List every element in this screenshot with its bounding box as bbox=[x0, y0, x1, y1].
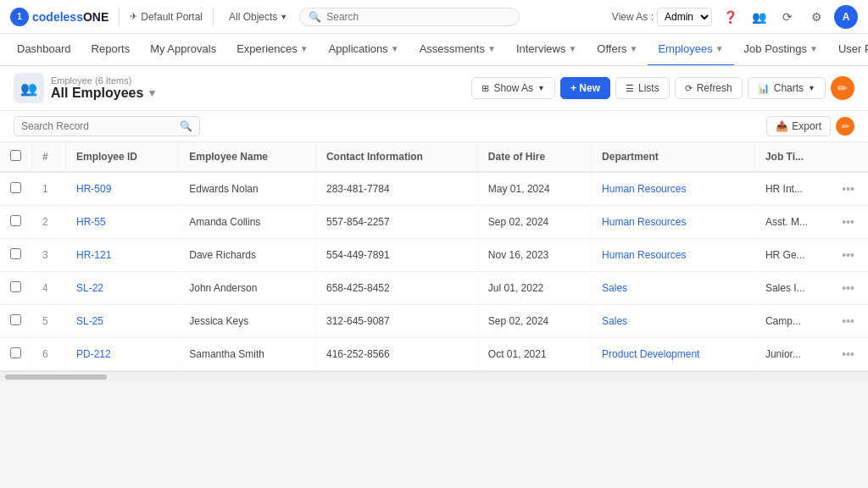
row-employee-id: PD-212 bbox=[66, 338, 179, 371]
row-contact: 554-449-7891 bbox=[315, 239, 477, 272]
nav-item-reports[interactable]: Reports bbox=[81, 34, 141, 66]
employees-table-wrap: # Employee ID Employee Name Contact Info… bbox=[0, 142, 868, 371]
nav-item-user-profile[interactable]: User Profile ▼ bbox=[828, 34, 868, 66]
row-checkbox[interactable] bbox=[10, 281, 21, 292]
row-checkbox-cell bbox=[0, 272, 32, 305]
row-hire-date: Nov 16, 2023 bbox=[477, 239, 591, 272]
nav-item-assessments[interactable]: Assessments ▼ bbox=[409, 34, 506, 66]
row-employee-id: SL-25 bbox=[66, 305, 179, 338]
global-search[interactable]: 🔍 bbox=[299, 8, 520, 26]
default-portal-btn[interactable]: ✈ Default Portal bbox=[130, 11, 203, 23]
row-contact: 658-425-8452 bbox=[315, 272, 477, 305]
nav-item-experiences[interactable]: Experiences ▼ bbox=[226, 34, 318, 66]
row-employee-id: HR-121 bbox=[66, 239, 179, 272]
nav-item-dashboard[interactable]: Dashboard bbox=[7, 34, 81, 66]
employee-id-link[interactable]: HR-121 bbox=[76, 249, 111, 261]
nav-item-employees[interactable]: Employees ▼ bbox=[648, 34, 733, 66]
row-checkbox-cell bbox=[0, 172, 32, 206]
search-record-field[interactable]: 🔍 bbox=[14, 116, 200, 136]
col-employee-name: Employee Name bbox=[179, 142, 316, 172]
table-row: 2 HR-55 Amanda Collins 557-854-2257 Sep … bbox=[0, 206, 868, 239]
row-hire-date: Sep 02, 2024 bbox=[477, 206, 591, 239]
logo-text: codelessONE bbox=[32, 10, 108, 24]
nav-right: View As : Admin ❓ 👥 ⟳ ⚙ A bbox=[612, 5, 858, 29]
row-checkbox[interactable] bbox=[10, 215, 21, 226]
row-employee-name: Jessica Keys bbox=[179, 305, 316, 338]
row-job-title: Junior... ••• bbox=[755, 338, 868, 370]
view-as-select[interactable]: Admin bbox=[657, 8, 712, 26]
row-more-button[interactable]: ••• bbox=[838, 214, 858, 230]
charts-icon: 📊 bbox=[758, 83, 770, 94]
search-row-right: 📤 Export ✏ bbox=[766, 116, 854, 136]
employee-id-link[interactable]: HR-509 bbox=[76, 183, 111, 195]
row-checkbox[interactable] bbox=[10, 182, 21, 193]
row-employee-id: HR-509 bbox=[66, 172, 179, 206]
toolbar-fab-button[interactable]: ✏ bbox=[831, 76, 854, 100]
employee-id-link[interactable]: HR-55 bbox=[76, 216, 106, 228]
row-more-button[interactable]: ••• bbox=[838, 247, 858, 263]
entity-icon: 👥 bbox=[14, 73, 44, 103]
scroll-thumb[interactable] bbox=[5, 374, 107, 380]
entity-title: All Employees ▼ bbox=[51, 86, 157, 101]
all-objects-button[interactable]: All Objects ▼ bbox=[224, 8, 292, 25]
history-icon-btn[interactable]: ⟳ bbox=[776, 6, 798, 28]
nav-item-my-approvals[interactable]: My Approvals bbox=[140, 34, 226, 66]
row-checkbox[interactable] bbox=[10, 314, 21, 325]
row-checkbox-cell bbox=[0, 338, 32, 371]
row-department: Sales bbox=[592, 272, 755, 305]
employee-id-link[interactable]: PD-212 bbox=[76, 348, 111, 360]
search-input[interactable] bbox=[326, 11, 510, 23]
nav-item-job-postings[interactable]: Job Postings ▼ bbox=[734, 34, 828, 66]
row-employee-name: Amanda Collins bbox=[179, 206, 316, 239]
table-row: 6 PD-212 Samantha Smith 416-252-8566 Oct… bbox=[0, 338, 868, 371]
table-row: 5 SL-25 Jessica Keys 312-645-9087 Sep 02… bbox=[0, 305, 868, 338]
avatar[interactable]: A bbox=[834, 5, 858, 29]
employees-table: # Employee ID Employee Name Contact Info… bbox=[0, 142, 868, 371]
col-hire-date: Date of Hire bbox=[477, 142, 591, 172]
row-more-button[interactable]: ••• bbox=[838, 313, 858, 330]
entity-title-chevron-icon[interactable]: ▼ bbox=[147, 87, 157, 99]
row-job-title: Camp... ••• bbox=[755, 305, 868, 337]
horizontal-scrollbar[interactable] bbox=[0, 371, 868, 381]
refresh-icon: ⟳ bbox=[685, 83, 693, 94]
view-as-label: View As : Admin bbox=[612, 8, 712, 26]
main-content: 👥 Employee (6 Items) All Employees ▼ ⊞ S… bbox=[0, 66, 868, 371]
nav-item-interviews[interactable]: Interviews ▼ bbox=[506, 34, 587, 66]
row-job-title: Sales I... ••• bbox=[755, 272, 868, 304]
search-record-input[interactable] bbox=[21, 120, 175, 132]
chevron-down-icon: ▼ bbox=[810, 44, 818, 53]
show-as-button[interactable]: ⊞ Show As ▼ bbox=[471, 77, 555, 99]
row-more-button[interactable]: ••• bbox=[838, 280, 858, 297]
new-button[interactable]: + New bbox=[560, 77, 610, 99]
toolbar-left: 👥 Employee (6 Items) All Employees ▼ bbox=[14, 73, 157, 103]
row-hire-date: Sep 02, 2024 bbox=[477, 305, 591, 338]
row-checkbox[interactable] bbox=[10, 248, 21, 259]
lists-button[interactable]: ☰ Lists bbox=[615, 77, 670, 99]
row-checkbox-cell bbox=[0, 305, 32, 338]
entity-count: Employee (6 Items) bbox=[51, 75, 157, 86]
employee-id-link[interactable]: SL-25 bbox=[76, 315, 103, 327]
select-all-checkbox[interactable] bbox=[10, 150, 21, 161]
charts-button[interactable]: 📊 Charts ▼ bbox=[748, 77, 826, 99]
nav-item-applications[interactable]: Applications ▼ bbox=[319, 34, 409, 66]
row-hire-date: Oct 01, 2021 bbox=[477, 338, 591, 371]
employee-id-link[interactable]: SL-22 bbox=[76, 282, 103, 294]
row-department: Sales bbox=[592, 305, 755, 338]
refresh-button[interactable]: ⟳ Refresh bbox=[675, 77, 743, 99]
logo[interactable]: 1 codelessONE bbox=[10, 8, 108, 26]
chevron-down-icon: ▼ bbox=[487, 44, 496, 53]
row-employee-name: Samantha Smith bbox=[179, 338, 316, 371]
export-fab-button[interactable]: ✏ bbox=[836, 117, 854, 136]
row-checkbox[interactable] bbox=[10, 347, 21, 358]
row-more-button[interactable]: ••• bbox=[838, 346, 858, 363]
settings-icon-btn[interactable]: ⚙ bbox=[805, 6, 827, 28]
users-icon-btn[interactable]: 👥 bbox=[748, 6, 770, 28]
help-icon-btn[interactable]: ❓ bbox=[719, 6, 741, 28]
export-button[interactable]: 📤 Export bbox=[766, 116, 831, 136]
row-num: 2 bbox=[32, 206, 66, 239]
row-more-button[interactable]: ••• bbox=[838, 180, 858, 197]
chevron-down-icon: ▼ bbox=[568, 44, 576, 53]
secondary-navbar: Dashboard Reports My Approvals Experienc… bbox=[0, 34, 868, 66]
nav-item-offers[interactable]: Offers ▼ bbox=[587, 34, 648, 66]
entity-toolbar: 👥 Employee (6 Items) All Employees ▼ ⊞ S… bbox=[0, 66, 868, 111]
